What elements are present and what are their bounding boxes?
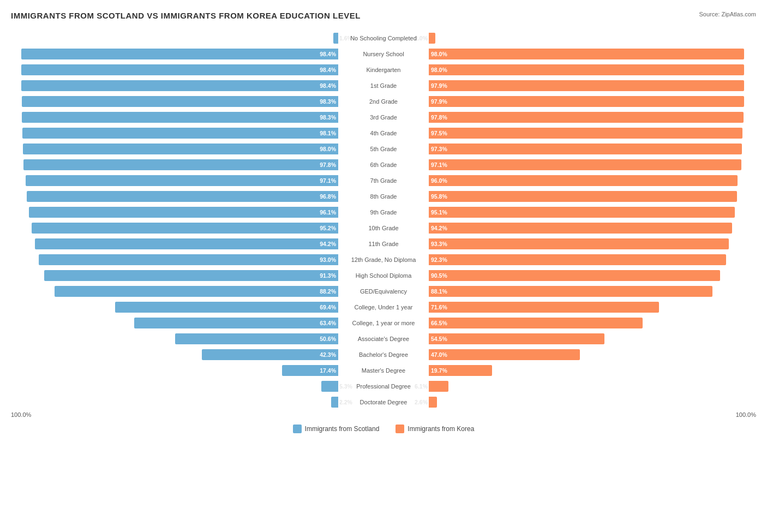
bar-right-21: 19.7% [429, 365, 492, 376]
bar-left-16: 88.2% [55, 286, 338, 297]
right-section: 97.3% [429, 142, 756, 156]
bar-left-10: 96.8% [27, 191, 338, 202]
center-label-7: 5th Grade [338, 145, 429, 153]
left-section: 63.4% [11, 316, 338, 330]
center-label-8: 6th Grade [338, 160, 429, 169]
left-section: 98.4% [11, 47, 338, 61]
bar-row: 98.4% Nursery School 98.0% [11, 47, 756, 61]
bar-left-22: 5.3% [321, 381, 338, 392]
left-label-3: 98.4% [320, 82, 336, 89]
left-section: 98.3% [11, 110, 338, 124]
legend-item-korea: Immigrants from Korea [396, 425, 474, 433]
left-section: 5.3% [11, 379, 338, 393]
center-label-23: Doctorate Degree [338, 398, 429, 407]
bar-right-16: 88.1% [429, 286, 712, 297]
left-label-2: 98.4% [320, 67, 336, 73]
center-label-5: 3rd Grade [338, 113, 429, 122]
bar-row: 1.6% No Schooling Completed 2.0% [11, 31, 756, 45]
bar-left-19: 50.6% [175, 333, 338, 344]
right-label-15: 90.5% [431, 272, 447, 279]
right-section: 71.6% [429, 300, 756, 314]
bar-right-15: 90.5% [429, 270, 720, 281]
right-label-16: 88.1% [431, 288, 447, 295]
legend-item-scotland: Immigrants from Scotland [293, 425, 380, 433]
right-section: 98.0% [429, 63, 756, 77]
left-section: 69.4% [11, 300, 338, 314]
bar-left-9: 97.1% [26, 175, 338, 186]
bar-right-20: 47.0% [429, 349, 580, 360]
right-section: 54.5% [429, 332, 756, 346]
left-section: 93.0% [11, 253, 338, 267]
right-label-18: 66.5% [431, 320, 447, 326]
bar-right-5: 97.8% [429, 112, 744, 123]
bar-row: 98.3% 3rd Grade 97.8% [11, 110, 756, 124]
bar-right-22: 6.1% [429, 381, 448, 392]
right-section: 95.1% [429, 205, 756, 219]
bar-right-11: 95.1% [429, 207, 735, 218]
left-label-7: 98.0% [320, 146, 336, 152]
right-section: 6.1% [429, 379, 756, 393]
left-label-4: 98.3% [320, 98, 336, 105]
footer-labels: 100.0% 100.0% [11, 411, 756, 418]
bar-left-20: 42.3% [202, 349, 338, 360]
bar-row: 98.4% 1st Grade 97.9% [11, 79, 756, 93]
bar-row: 88.2% GED/Equivalency 88.1% [11, 284, 756, 298]
left-label-19: 50.6% [320, 336, 336, 342]
left-section: 1.6% [11, 31, 338, 45]
right-section: 97.1% [429, 158, 756, 172]
right-label-8: 97.1% [431, 162, 447, 168]
left-label-10: 96.8% [320, 193, 336, 200]
right-section: 19.7% [429, 363, 756, 378]
bar-row: 50.6% Associate's Degree 54.5% [11, 332, 756, 346]
left-section: 98.4% [11, 63, 338, 77]
right-section: 97.9% [429, 79, 756, 93]
bar-row: 2.2% Doctorate Degree 2.6% [11, 395, 756, 409]
left-section: 88.2% [11, 284, 338, 298]
left-label-1: 98.4% [320, 51, 336, 57]
left-section: 98.4% [11, 79, 338, 93]
bar-row: 94.2% 11th Grade 93.3% [11, 237, 756, 251]
right-section: 98.0% [429, 47, 756, 61]
bar-left-6: 98.1% [22, 128, 338, 139]
center-label-16: GED/Equivalency [338, 287, 429, 296]
bar-right-19: 54.5% [429, 333, 604, 344]
bar-right-6: 97.5% [429, 128, 742, 139]
bar-right-14: 92.3% [429, 254, 726, 265]
bar-left-12: 95.2% [32, 223, 338, 234]
bar-row: 5.3% Professional Degree 6.1% [11, 379, 756, 393]
center-label-10: 8th Grade [338, 192, 429, 201]
bar-left-8: 97.8% [23, 159, 338, 170]
bar-right-17: 71.6% [429, 302, 659, 313]
chart-container: IMMIGRANTS FROM SCOTLAND VS IMMIGRANTS F… [11, 11, 756, 433]
right-label-13: 93.3% [431, 241, 447, 247]
bar-left-0: 1.6% [333, 33, 338, 44]
left-section: 91.3% [11, 268, 338, 283]
center-label-15: High School Diploma [338, 271, 429, 280]
bar-row: 42.3% Bachelor's Degree 47.0% [11, 348, 756, 362]
legend: Immigrants from Scotland Immigrants from… [11, 425, 756, 433]
left-label-8: 97.8% [320, 162, 336, 168]
chart-area: 1.6% No Schooling Completed 2.0% 98.4% N… [11, 31, 756, 409]
source-text: Source: ZipAtlas.com [699, 11, 756, 17]
right-label-12: 94.2% [431, 225, 447, 231]
right-label-6: 97.5% [431, 130, 447, 136]
right-label-4: 97.9% [431, 98, 447, 105]
bar-right-1: 98.0% [429, 49, 744, 59]
bar-left-7: 98.0% [23, 144, 338, 154]
left-section: 96.8% [11, 189, 338, 204]
left-label-17: 69.4% [320, 304, 336, 310]
bar-row: 91.3% High School Diploma 90.5% [11, 268, 756, 283]
right-label-1: 98.0% [431, 51, 447, 57]
left-label-16: 88.2% [320, 288, 336, 295]
right-section: 97.9% [429, 94, 756, 109]
left-section: 98.1% [11, 126, 338, 140]
bar-left-21: 17.4% [282, 365, 338, 376]
right-section: 2.6% [429, 395, 756, 409]
center-label-19: Associate's Degree [338, 334, 429, 343]
bar-row: 17.4% Master's Degree 19.7% [11, 363, 756, 378]
right-section: 47.0% [429, 348, 756, 362]
bar-right-23: 2.6% [429, 397, 437, 408]
center-label-3: 1st Grade [338, 81, 429, 90]
bar-row: 95.2% 10th Grade 94.2% [11, 221, 756, 235]
bar-left-15: 91.3% [44, 270, 338, 281]
